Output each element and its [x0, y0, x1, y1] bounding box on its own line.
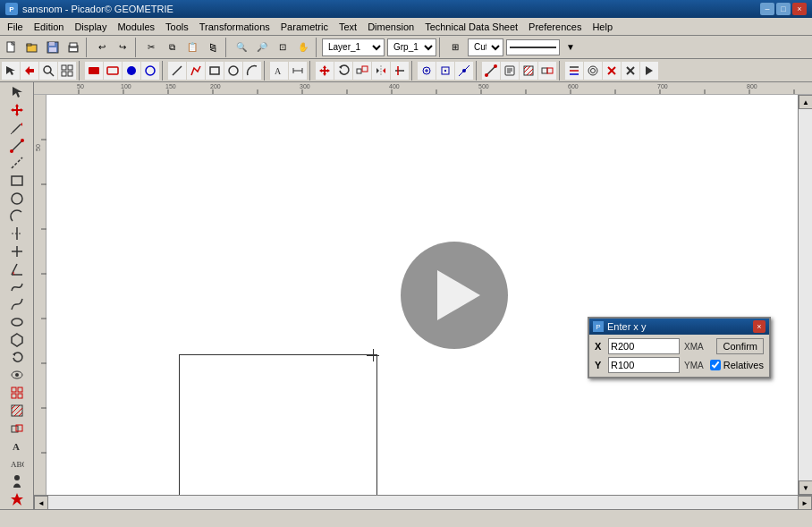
tb2-red2[interactable] — [104, 62, 122, 80]
sidebar-grid2[interactable] — [4, 385, 30, 402]
menu-text[interactable]: Text — [334, 19, 362, 35]
sidebar-select[interactable] — [4, 84, 30, 101]
tb2-blue2[interactable] — [141, 62, 159, 80]
tb2-block[interactable] — [538, 62, 556, 80]
tb2-text[interactable]: A — [270, 62, 288, 80]
layer-dropdown[interactable]: Layer_1 — [322, 38, 385, 56]
menu-display[interactable]: Display — [69, 19, 112, 35]
tb2-circle[interactable] — [224, 62, 242, 80]
tb2-rect[interactable] — [206, 62, 224, 80]
menu-edition[interactable]: Edition — [29, 19, 70, 35]
sidebar-vline[interactable] — [4, 225, 30, 242]
sidebar-rotate[interactable] — [4, 349, 30, 366]
menu-modules[interactable]: Modules — [112, 19, 160, 35]
tb2-mirror[interactable] — [372, 62, 390, 80]
sidebar-line[interactable] — [4, 137, 30, 154]
tb2-prop[interactable] — [501, 62, 519, 80]
save-button[interactable] — [43, 38, 63, 57]
scroll-right[interactable]: ▲ ▼ — [798, 95, 812, 495]
scroll-bottom[interactable]: ◄ ► — [34, 495, 812, 509]
new-button[interactable] — [2, 38, 21, 57]
tb2-grid[interactable] — [58, 62, 76, 80]
tb2-snap3[interactable] — [455, 62, 473, 80]
menu-file[interactable]: File — [2, 19, 29, 35]
sidebar-person[interactable] — [4, 473, 30, 490]
scroll-down-button[interactable]: ▼ — [799, 480, 812, 495]
snap-button[interactable]: ⊞ — [445, 38, 465, 57]
tb2-zoom[interactable] — [39, 62, 57, 80]
tb2-measure[interactable] — [482, 62, 500, 80]
zoom-in-button[interactable]: 🔍 — [232, 38, 251, 57]
dialog-close-button[interactable]: × — [753, 320, 765, 333]
paste2-button[interactable]: ⧎ — [203, 38, 223, 57]
tb2-snap1[interactable] — [418, 62, 436, 80]
x-input[interactable] — [608, 338, 680, 354]
tb2-scale[interactable] — [353, 62, 371, 80]
sidebar-bezier[interactable] — [4, 296, 30, 313]
sidebar-star[interactable] — [4, 490, 30, 507]
sidebar-eye[interactable] — [4, 367, 30, 384]
confirm-button[interactable]: Confirm — [716, 338, 764, 354]
tb2-cancel[interactable] — [622, 62, 639, 80]
tb2-rotate[interactable] — [334, 62, 352, 80]
tb2-arc[interactable] — [243, 62, 261, 80]
minimize-button[interactable]: – — [760, 3, 774, 15]
tb2-arrow[interactable] — [21, 62, 38, 80]
maximize-button[interactable]: □ — [776, 3, 791, 15]
copy-button[interactable]: ⧉ — [162, 38, 182, 57]
tb2-snap2[interactable] — [436, 62, 454, 80]
linetype-dropdown[interactable]: Cut — [468, 38, 503, 56]
open-button[interactable] — [22, 38, 42, 57]
sidebar-ellipse[interactable] — [4, 314, 30, 331]
sidebar-circle[interactable] — [4, 191, 30, 208]
canvas-area[interactable]: └ P Enter x y × — [47, 95, 798, 495]
scroll-right-button[interactable]: ► — [798, 496, 812, 509]
sidebar-plus[interactable] — [4, 243, 30, 260]
paste-button[interactable]: 📋 — [182, 38, 202, 57]
pan-button[interactable]: ✋ — [293, 38, 313, 57]
zoom-fit-button[interactable]: ⊡ — [273, 38, 292, 57]
tb2-delete[interactable] — [603, 62, 621, 80]
sidebar-rect[interactable] — [4, 173, 30, 190]
y-input[interactable] — [608, 357, 680, 373]
play-button[interactable] — [401, 242, 508, 349]
scroll-left-button[interactable]: ◄ — [34, 496, 48, 509]
sidebar-arc[interactable] — [4, 208, 30, 225]
dialog-title-bar[interactable]: P Enter x y × — [589, 319, 769, 335]
tb2-select[interactable] — [2, 62, 20, 80]
tb2-polyline[interactable] — [187, 62, 205, 80]
line-dropdown-btn[interactable]: ▼ — [561, 38, 580, 57]
tb2-layer-mgr[interactable] — [565, 62, 583, 80]
sidebar-pencil[interactable] — [4, 120, 30, 137]
group-dropdown[interactable]: Grp_1 — [387, 38, 436, 56]
menu-dimension[interactable]: Dimension — [362, 19, 419, 35]
sidebar-text[interactable]: A — [4, 438, 30, 455]
sidebar-curve[interactable] — [4, 278, 30, 295]
enter-xy-dialog[interactable]: P Enter x y × X XMA Confirm — [588, 317, 771, 378]
scroll-up-button[interactable]: ▲ — [799, 95, 812, 109]
menu-parametric[interactable]: Parametric — [275, 19, 334, 35]
sidebar-block2[interactable] — [4, 420, 30, 437]
tb2-trim[interactable] — [391, 62, 409, 80]
menu-help[interactable]: Help — [587, 19, 618, 35]
print-button[interactable] — [63, 38, 83, 57]
menu-transformations[interactable]: Transformations — [194, 19, 275, 35]
zoom-out-button[interactable]: 🔎 — [252, 38, 272, 57]
menu-technical-data-sheet[interactable]: Technical Data Sheet — [419, 19, 523, 35]
relatives-checkbox[interactable] — [710, 360, 721, 370]
tb2-hatch[interactable] — [520, 62, 537, 80]
sidebar-polygon[interactable] — [4, 332, 30, 349]
tb2-dim[interactable] — [289, 62, 307, 80]
tb2-right-arrow[interactable] — [640, 62, 658, 80]
cut-button[interactable]: ✂ — [141, 38, 161, 57]
redo-button[interactable]: ↪ — [113, 38, 132, 57]
tb2-blue1[interactable] — [123, 62, 140, 80]
tb2-settings[interactable] — [584, 62, 602, 80]
menu-tools[interactable]: Tools — [160, 19, 194, 35]
sidebar-move[interactable] — [4, 102, 30, 119]
tb2-move[interactable] — [316, 62, 334, 80]
sidebar-dotline[interactable] — [4, 155, 30, 172]
undo-button[interactable]: ↩ — [92, 38, 112, 57]
menu-preferences[interactable]: Preferences — [523, 19, 587, 35]
close-button[interactable]: × — [792, 3, 807, 15]
